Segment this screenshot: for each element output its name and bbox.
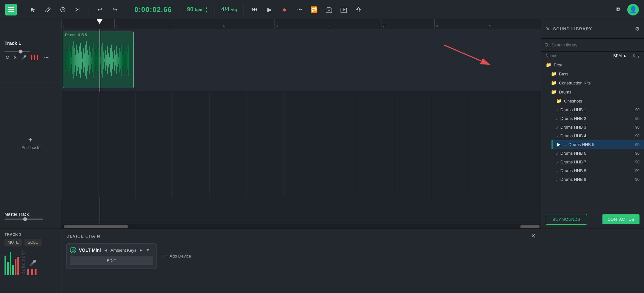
divider-1 <box>22 5 22 15</box>
contact-us-button[interactable]: CONTACT US <box>602 214 639 224</box>
pencil-tool-button[interactable] <box>42 4 54 15</box>
share-button[interactable] <box>353 4 364 15</box>
svg-line-3 <box>48 8 50 9</box>
item-name-hhb5: Drums HHB 5 <box>569 142 621 147</box>
list-item-free[interactable]: 📁 Free <box>541 60 644 69</box>
divider-4 <box>180 5 180 15</box>
item-name-hhb9: Drums HHB 9 <box>561 177 621 182</box>
track1-volume[interactable] <box>5 51 30 52</box>
device-power-button[interactable]: ⏻ <box>70 247 76 253</box>
library-footer: BUY SOUNDS CONTACT US <box>541 210 644 229</box>
list-item-hhb9[interactable]: ♪ Drums HHB 9 90 <box>552 175 644 184</box>
bpm-value: 90 <box>187 6 193 13</box>
device-chain-title: DEVICE CHAIN <box>66 234 100 239</box>
library-settings-button[interactable]: ⚙ <box>635 26 639 32</box>
item-name-hhb8: Drums HHB 8 <box>561 168 621 173</box>
col-name-header: Name <box>546 54 610 58</box>
track1-meter-button[interactable]: ▌▌▌ <box>30 54 41 61</box>
track1-m-button[interactable]: M <box>5 54 11 61</box>
library-search-bar[interactable] <box>541 39 644 52</box>
bottom-right-spacer <box>541 229 644 293</box>
toolbar-right: ⧉ 👤 <box>612 4 639 15</box>
ruler-mark-3: 3 <box>168 19 221 29</box>
add-device-button[interactable]: + Add Device <box>162 250 194 262</box>
ruler-mark-4: 4 <box>221 19 274 29</box>
sig-label: sig <box>231 7 237 12</box>
track1-lane[interactable]: Drums HHB 5 <box>61 29 541 92</box>
list-item-hhb6[interactable]: ♪ Drums HHB 6 90 <box>552 149 644 158</box>
left-panel: Track 1 M S 🎤 ▌▌▌ 〜 + Add Track Master T… <box>0 19 61 229</box>
bpm-display[interactable]: 90 bpm ▲▼ <box>187 6 208 13</box>
record-button[interactable]: ● <box>279 4 290 15</box>
loop-button[interactable]: 🔁 <box>308 4 320 15</box>
window-button[interactable]: ⧉ <box>612 4 624 15</box>
play-button[interactable]: ▶ <box>264 4 275 15</box>
device-nav-right[interactable]: ► <box>139 248 143 253</box>
track1-controls: M S 🎤 ▌▌▌ 〜 <box>5 54 56 61</box>
library-list[interactable]: 📁 Free 📁 Bass 📁 Construction Kits 📁 Drum… <box>541 60 644 210</box>
list-item-hhb7[interactable]: ♪ Drums HHB 7 90 <box>552 158 644 166</box>
timeline-ruler: 1 2 3 4 5 6 7 8 9 <box>61 19 541 29</box>
track-bottom-extras: 6 12 24 30 42 48 54 64 🎤 ▌▌▌ <box>5 249 56 275</box>
list-item-hhb3[interactable]: ♪ Drums HHB 3 90 <box>552 123 644 132</box>
device-block-header: ⏻ VOLT Mini ◄ Ambient Keys ► ▼ <box>70 247 153 253</box>
list-item-oneshots[interactable]: 📁 Oneshots <box>552 96 644 105</box>
ruler-mark-6: 6 <box>328 19 381 29</box>
h-scroll[interactable] <box>61 224 541 229</box>
track1-volume-thumb <box>19 50 23 54</box>
device-nav-left[interactable]: ◄ <box>103 248 108 253</box>
skip-back-button[interactable]: ⏮ <box>249 4 261 15</box>
col-bpm-header[interactable]: BPM ▲ <box>610 54 627 58</box>
audio-icon-hhb3: ♪ <box>556 125 558 129</box>
ruler-mark-9: 9 <box>488 19 541 29</box>
search-input[interactable] <box>552 43 641 47</box>
item-bpm-hhb2: 90 <box>623 116 639 121</box>
track1-mic-button[interactable]: 🎤 <box>20 54 28 61</box>
list-item-hhb8[interactable]: ♪ Drums HHB 8 90 <box>552 166 644 175</box>
master-volume[interactable] <box>5 219 43 220</box>
audio-icon-hhb2: ♪ <box>556 117 558 121</box>
bpm-arrows[interactable]: ▲▼ <box>205 6 208 13</box>
avatar[interactable]: 👤 <box>627 4 639 15</box>
library-close-button[interactable]: ✕ <box>546 26 550 32</box>
device-edit-button[interactable]: EDIT <box>70 256 153 265</box>
list-item-construction-kits[interactable]: 📁 Construction Kits <box>546 78 644 87</box>
track1-clip[interactable]: Drums HHB 5 <box>63 32 134 88</box>
level-marks: 6 12 24 30 42 48 54 64 <box>22 249 25 275</box>
playhead-line <box>100 29 100 92</box>
buy-sounds-button[interactable]: BUY SOUNDS <box>546 214 587 225</box>
list-item-hhb1[interactable]: ♪ Drums HHB 1 90 <box>552 105 644 114</box>
menu-button[interactable] <box>5 4 17 15</box>
track1-auto-button[interactable]: 〜 <box>43 54 50 61</box>
h-scroll-thumb-right[interactable] <box>520 225 540 228</box>
empty-timeline <box>61 92 541 198</box>
ruler-mark-8: 8 <box>434 19 487 29</box>
automation-button[interactable]: 〜 <box>293 4 305 15</box>
drum-icon-button[interactable]: ▌▌▌ <box>27 269 38 275</box>
import-button[interactable] <box>338 4 350 15</box>
list-item-bass[interactable]: 📁 Bass <box>546 69 644 78</box>
export-button[interactable] <box>323 4 335 15</box>
h-scroll-thumb[interactable] <box>64 225 128 228</box>
list-item-hhb5[interactable]: ♪ Drums HHB 5 90 <box>552 140 644 149</box>
col-key-header: Key <box>627 54 639 58</box>
device-dropdown-button[interactable]: ▼ <box>146 248 150 252</box>
select-tool-button[interactable] <box>27 4 39 15</box>
cut-tool-button[interactable]: ✂ <box>72 4 83 15</box>
audio-icon-hhb9: ♪ <box>556 178 558 181</box>
track1-header: Track 1 M S 🎤 ▌▌▌ 〜 <box>0 19 61 82</box>
track1-s-button[interactable]: S <box>13 54 18 61</box>
redo-button[interactable]: ↪ <box>109 4 120 15</box>
bottom-left-controls: TRACK 1 MUTE SOLO 6 12 24 30 42 48 54 <box>0 229 61 293</box>
mic-icon-button[interactable]: 🎤 <box>27 259 38 267</box>
clock-tool-button[interactable] <box>57 4 69 15</box>
item-name-hhb1: Drums HHB 1 <box>561 107 621 112</box>
list-item-hhb2[interactable]: ♪ Drums HHB 2 90 <box>552 114 644 123</box>
add-track-area[interactable]: + Add Track <box>0 82 61 203</box>
solo-button[interactable]: SOLO <box>24 239 42 246</box>
device-chain-close-button[interactable]: ✕ <box>531 232 536 239</box>
list-item-hhb4[interactable]: ♪ Drums HHB 4 90 <box>552 132 644 140</box>
mute-button[interactable]: MUTE <box>5 239 22 246</box>
list-item-drums[interactable]: 📁 Drums <box>546 87 644 96</box>
undo-button[interactable]: ↩ <box>94 4 106 15</box>
